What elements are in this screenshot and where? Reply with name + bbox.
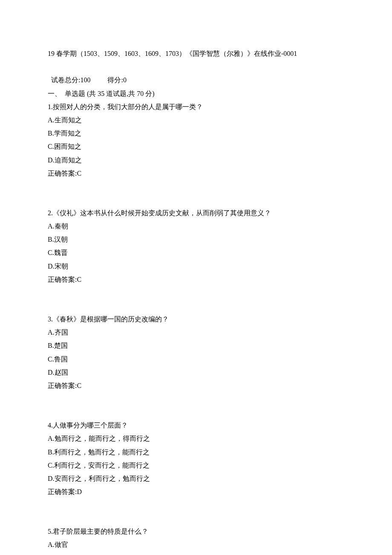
option: D.宋朝 [48,260,344,273]
answer: 正确答案:C [48,273,344,286]
question-block: 4.人做事分为哪三个层面？ A.勉而行之，能而行之，得而行之 B.利而行之，勉而… [48,419,344,498]
option: D.安而行之，利而行之，勉而行之 [48,472,344,485]
question-block: 1.按照对人的分类，我们大部分的人是属于哪一类？ A.生而知之 B.学而知之 C… [48,100,344,180]
question-block: 3.《春秋》是根据哪一国的历史改编的？ A.齐国 B.楚国 C.鲁国 D.赵国 … [48,312,344,392]
option: A.生而知之 [48,113,344,127]
option: C.利而行之，安而行之，能而行之 [48,459,344,472]
question-block: 2.《仪礼》这本书从什么时候开始变成历史文献，从而削弱了其使用意义？ A.秦朝 … [48,206,344,286]
option: A.齐国 [48,326,344,339]
question-stem: 5.君子阶层最主要的特质是什么？ [48,525,344,538]
question-stem: 3.《春秋》是根据哪一国的历史改编的？ [48,312,344,326]
section-header: 一、 单选题 (共 35 道试题,共 70 分) [48,87,344,100]
option: C.鲁国 [48,353,344,366]
answer: 正确答案:C [48,167,344,180]
obtained-score: 得分:0 [107,76,126,84]
option: A.做官 [48,538,344,551]
option: B.楚国 [48,339,344,352]
option: A.秦朝 [48,220,344,233]
question-block: 5.君子阶层最主要的特质是什么？ A.做官 B.做学问 C.普及文化 [48,525,344,555]
score-line: 试卷总分:100得分:0 [48,60,344,87]
total-score: 试卷总分:100 [51,76,90,84]
option: C.困而知之 [48,140,344,153]
answer: 正确答案:C [48,379,344,392]
option: D.迫而知之 [48,153,344,167]
document-title: 19 春学期（1503、1509、1603、1609、1703）《国学智慧（尔雅… [48,47,344,60]
option: A.勉而行之，能而行之，得而行之 [48,432,344,445]
option: D.赵国 [48,366,344,379]
option: B.利而行之，勉而行之，能而行之 [48,445,344,459]
option: B.学而知之 [48,127,344,140]
option: C.魏晋 [48,246,344,259]
question-stem: 2.《仪礼》这本书从什么时候开始变成历史文献，从而削弱了其使用意义？ [48,206,344,220]
option: B.汉朝 [48,233,344,246]
answer: 正确答案:D [48,485,344,498]
question-stem: 4.人做事分为哪三个层面？ [48,419,344,432]
option: B.做学问 [48,552,344,555]
question-stem: 1.按照对人的分类，我们大部分的人是属于哪一类？ [48,100,344,113]
